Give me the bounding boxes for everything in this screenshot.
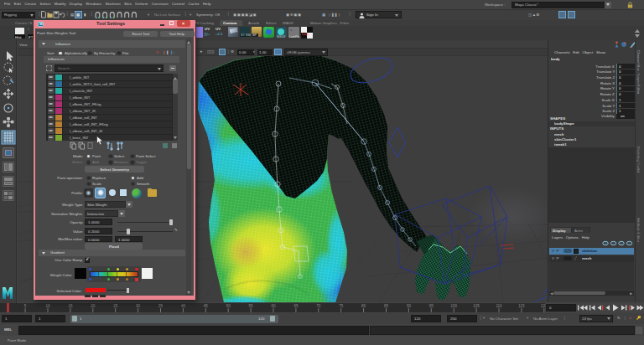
svg-text:55: 55 [249,304,254,308]
svg-text:115: 115 [518,304,525,308]
svg-text:120: 120 [541,304,545,308]
svg-text:35: 35 [158,304,164,308]
svg-text:25: 25 [113,304,118,308]
svg-text:110: 110 [496,304,502,308]
svg-text:105: 105 [473,304,480,308]
svg-text:20: 20 [91,304,96,308]
svg-text:60: 60 [271,304,276,308]
svg-text:100: 100 [450,304,457,308]
svg-text:70: 70 [316,304,321,308]
svg-text:50: 50 [226,304,231,308]
svg-text:40: 40 [181,304,186,308]
svg-text:95: 95 [429,304,434,308]
svg-text:10: 10 [45,304,50,308]
svg-text:90: 90 [407,304,412,308]
svg-text:75: 75 [339,304,344,308]
svg-text:30: 30 [136,304,141,308]
svg-text:65: 65 [293,304,299,308]
svg-text:15: 15 [68,304,73,308]
svg-text:80: 80 [361,304,366,308]
svg-text:85: 85 [384,304,389,308]
svg-text:45: 45 [204,304,209,308]
